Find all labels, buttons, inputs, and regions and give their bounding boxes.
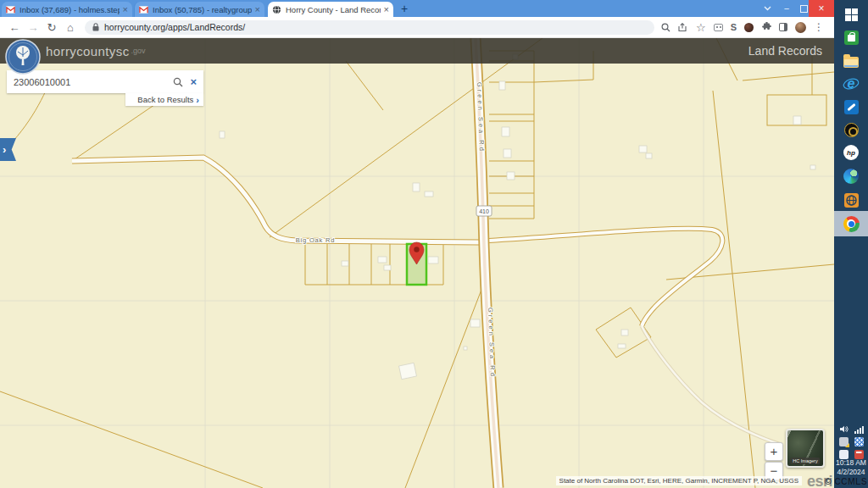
security-warning-icon[interactable] (839, 437, 849, 446)
tab-close-icon[interactable]: × (123, 5, 128, 14)
camera-icon[interactable] (834, 119, 868, 141)
tab-gmail-1[interactable]: Inbox (37,689) - holmes.stephen × (2, 2, 132, 17)
extension-avatar-icon[interactable] (744, 23, 754, 32)
reload-icon[interactable]: ↻ (42, 21, 61, 34)
edge-icon[interactable] (834, 165, 868, 187)
search-input[interactable]: 23006010001 (7, 77, 173, 87)
route-shield-label: 410 (479, 208, 489, 214)
tab-title: Horry County - Land Records (286, 5, 381, 14)
chrome-icon[interactable] (834, 213, 868, 235)
gmail-icon (139, 5, 148, 14)
snipping-tool-icon[interactable] (834, 96, 868, 118)
toolbar-actions: ☆ S ⋮ (661, 22, 824, 33)
tab-strip: Inbox (37,689) - holmes.stephen × Inbox … (0, 0, 834, 17)
address-bar[interactable]: horrycounty.org/apps/LandRecords/ (85, 20, 654, 35)
basemap-thumbnail[interactable]: HC Imagery (786, 429, 825, 468)
extension-s-icon[interactable]: S (731, 23, 737, 32)
site-tld: .gov (131, 47, 146, 55)
site-name: horrycountysc (46, 44, 130, 58)
tab-gmail-2[interactable]: Inbox (50,785) - realtygroupsc@ × (134, 2, 264, 17)
file-explorer-icon[interactable] (834, 50, 868, 72)
basemap-thumbnail-label: HC Imagery (790, 458, 820, 464)
window-menu-chevron-icon[interactable] (758, 0, 776, 17)
browser-window: Inbox (37,689) - holmes.stephen × Inbox … (0, 0, 834, 488)
globe-icon (272, 5, 281, 14)
zoom-in-button[interactable]: + (765, 442, 783, 461)
route-shield-410: 410 (476, 206, 492, 216)
clock-date[interactable]: 4/2/2024 (834, 468, 868, 476)
back-to-results-button[interactable]: Back to Results › (125, 93, 203, 106)
back-to-results-label: Back to Results (137, 95, 193, 104)
back-icon[interactable]: ← (5, 21, 24, 34)
profile-avatar[interactable] (795, 22, 806, 33)
microsoft-store-icon[interactable] (834, 26, 868, 48)
tab-land-records[interactable]: Horry County - Land Records × (268, 2, 393, 17)
windows-start-icon[interactable] (834, 3, 868, 25)
chevron-right-icon: › (3, 143, 6, 156)
extensions-puzzle-icon[interactable] (761, 22, 771, 32)
internet-explorer-icon[interactable]: e (834, 73, 868, 95)
map-attribution: State of North Carolina DOT, Esri, HERE,… (556, 476, 802, 485)
map-content: Big Oak Rd Green Sea Rd Green Sea Rd 410… (0, 38, 834, 488)
tab-close-icon[interactable]: × (384, 5, 389, 14)
chevron-right-icon: › (196, 95, 199, 105)
forward-icon[interactable]: → (24, 21, 42, 34)
gis-globe-icon[interactable] (834, 189, 868, 211)
clear-search-icon[interactable]: × (190, 75, 197, 88)
volume-icon[interactable] (839, 424, 849, 434)
share-icon[interactable] (678, 23, 688, 32)
browser-toolbar: ← → ↻ ⌂ horrycounty.org/apps/LandRecords… (0, 17, 834, 38)
search-icon[interactable] (173, 77, 183, 87)
county-logo[interactable] (5, 39, 41, 75)
extension-grid-icon[interactable] (714, 24, 723, 31)
home-icon[interactable]: ⌂ (61, 21, 80, 34)
clock-time[interactable]: 10:18 AM (834, 458, 868, 467)
url-text: horrycounty.org/apps/LandRecords/ (104, 22, 245, 32)
hp-icon[interactable]: hp (834, 141, 868, 164)
tray-app-icon[interactable] (854, 437, 864, 446)
road-label-big-oak: Big Oak Rd (296, 236, 335, 244)
side-panel-icon[interactable] (779, 23, 787, 31)
bookmark-star-icon[interactable]: ☆ (696, 22, 706, 33)
tab-title: Inbox (37,689) - holmes.stephen (19, 5, 120, 14)
screen: Inbox (37,689) - holmes.stephen × Inbox … (0, 0, 868, 488)
gmail-icon (6, 5, 15, 14)
zoom-search-icon[interactable] (661, 23, 670, 32)
app-title: Land Records (748, 44, 822, 58)
lock-icon (92, 23, 99, 31)
network-signal-icon[interactable] (854, 424, 864, 434)
browser-menu-icon[interactable]: ⋮ (814, 22, 824, 32)
new-tab-button[interactable]: + (397, 1, 412, 16)
tray-row-2 (834, 437, 868, 446)
tab-title: Inbox (50,785) - realtygroupsc@ (153, 5, 252, 14)
close-button[interactable]: × (809, 0, 834, 17)
ccmls-watermark: © CCMLS (825, 476, 867, 486)
minimize-button[interactable]: − (778, 0, 795, 17)
windows-taskbar: e hp (834, 0, 868, 488)
tray-row-1 (834, 424, 868, 434)
tab-close-icon[interactable]: × (255, 5, 260, 14)
site-header: horrycountysc .gov Land Records (0, 38, 834, 64)
